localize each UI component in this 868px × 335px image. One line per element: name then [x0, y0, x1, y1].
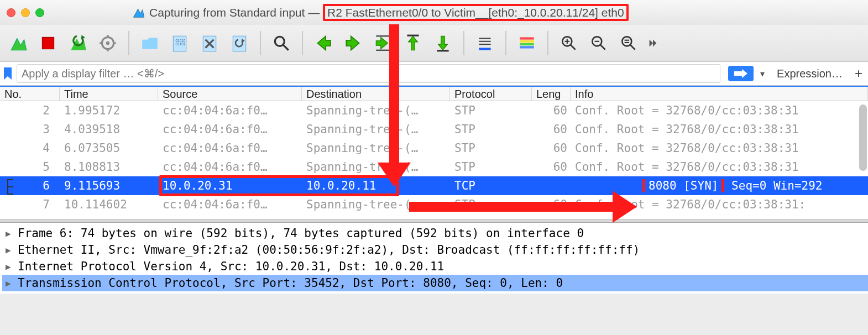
svg-line-40 — [600, 45, 605, 50]
title-capture-source: R2 FastEthernet0/0 to Victim__[eth0:_10.… — [323, 4, 629, 21]
toolbar-separator — [505, 31, 506, 55]
column-header-source[interactable]: Source — [158, 87, 302, 101]
detail-tcp-selected[interactable]: ▶ Transmission Control Protocol, Src Por… — [2, 275, 868, 291]
zoom-in-button[interactable] — [556, 30, 582, 56]
maximize-window-button[interactable] — [35, 8, 44, 17]
detail-ethernet[interactable]: ▶ Ethernet II, Src: Vmware_9f:2f:a2 (00:… — [2, 242, 868, 258]
window-title: Capturing from Standard input — R2 FastE… — [149, 6, 629, 19]
detail-ip[interactable]: ▶ Internet Protocol Version 4, Src: 10.0… — [2, 258, 868, 275]
add-filter-button[interactable]: + — [855, 66, 862, 81]
svg-point-16 — [275, 36, 284, 46]
toolbar-overflow-button[interactable] — [646, 30, 660, 56]
column-header-length[interactable]: Leng — [532, 87, 571, 101]
packet-row[interactable]: 2 1.995172 cc:04:04:6a:f0… Spanning-tree… — [0, 101, 868, 120]
svg-line-43 — [630, 45, 635, 50]
toolbar-separator — [463, 31, 464, 55]
go-to-first-button[interactable] — [400, 30, 426, 56]
svg-line-36 — [571, 45, 576, 50]
expand-icon[interactable]: ▶ — [6, 261, 14, 272]
start-capture-button[interactable] — [6, 30, 31, 56]
go-back-button[interactable] — [311, 30, 336, 56]
svg-marker-23 — [409, 36, 418, 50]
bookmark-icon[interactable] — [2, 66, 13, 81]
annotation-port-syn: 8080 [SYN] — [642, 179, 724, 192]
packet-list-scrollbar[interactable] — [857, 101, 867, 219]
svg-marker-20 — [376, 37, 388, 49]
column-header-protocol[interactable]: Protocol — [450, 87, 532, 101]
toolbar-separator — [302, 31, 303, 55]
packet-list[interactable]: 2 1.995172 cc:04:04:6a:f0… Spanning-tree… — [0, 101, 868, 219]
svg-point-42 — [622, 36, 631, 46]
svg-marker-46 — [650, 39, 653, 46]
svg-rect-32 — [520, 40, 534, 42]
packet-row[interactable]: 3 4.039518 cc:04:04:6a:f0… Spanning-tree… — [0, 120, 868, 139]
column-header-time[interactable]: Time — [60, 87, 158, 101]
auto-scroll-button[interactable] — [472, 30, 498, 56]
save-file-button[interactable]: 0101001101 — [167, 30, 192, 56]
close-window-button[interactable] — [7, 8, 15, 17]
toolbar-separator — [260, 31, 261, 55]
toolbar-separator — [128, 31, 129, 55]
svg-text:01101: 01101 — [176, 42, 186, 46]
titlebar: Capturing from Standard input — R2 FastE… — [0, 0, 868, 25]
svg-marker-48 — [734, 69, 747, 78]
expand-icon[interactable]: ▶ — [6, 278, 14, 289]
packet-row[interactable]: 4 6.073505 cc:04:04:6a:f0… Spanning-tree… — [0, 139, 868, 158]
minimize-window-button[interactable] — [21, 8, 30, 17]
svg-rect-0 — [42, 37, 54, 49]
display-filter-input[interactable] — [17, 64, 720, 83]
packet-row[interactable]: 7 10.114602 cc:04:04:6a:f0… Spanning-tre… — [0, 195, 868, 214]
colorize-button[interactable] — [514, 30, 540, 56]
svg-point-3 — [106, 41, 109, 44]
packet-details-pane[interactable]: ▶ Frame 6: 74 bytes on wire (592 bits), … — [0, 223, 868, 294]
restart-capture-button[interactable] — [65, 30, 91, 56]
packet-info-tail: Seq=0 Win=292 — [731, 179, 822, 192]
apply-filter-button[interactable] — [728, 66, 754, 81]
expression-button[interactable]: Expression… — [777, 67, 843, 80]
svg-rect-31 — [520, 37, 534, 39]
expand-icon[interactable]: ▶ — [6, 245, 14, 255]
packet-row-selected[interactable]: 6 9.115693 10.0.20.31 10.0.20.11 TCP 808… — [0, 176, 868, 195]
zoom-reset-button[interactable] — [616, 30, 641, 56]
svg-marker-47 — [653, 39, 656, 46]
zoom-out-button[interactable] — [586, 30, 611, 56]
svg-marker-19 — [346, 36, 359, 50]
svg-rect-34 — [520, 46, 534, 48]
svg-marker-18 — [317, 36, 330, 50]
title-prefix: Capturing from Standard input — — [149, 6, 323, 19]
packet-list-header: No. Time Source Destination Protocol Len… — [0, 86, 868, 101]
find-packet-button[interactable] — [269, 30, 294, 56]
filter-history-dropdown[interactable]: ▾ — [760, 69, 765, 79]
svg-line-17 — [283, 45, 289, 50]
current-packet-marker — [6, 179, 15, 195]
column-header-destination[interactable]: Destination — [302, 87, 450, 101]
go-forward-button[interactable] — [341, 30, 366, 56]
go-to-last-button[interactable] — [430, 30, 456, 56]
packet-row[interactable]: 5 8.108813 cc:04:04:6a:f0… Spanning-tree… — [0, 158, 868, 176]
open-file-button[interactable] — [137, 30, 163, 56]
go-to-packet-button[interactable] — [370, 30, 396, 56]
column-header-info[interactable]: Info — [571, 87, 868, 101]
svg-rect-33 — [520, 43, 534, 45]
svg-marker-25 — [438, 36, 448, 50]
main-toolbar: 0101001101 — [0, 25, 868, 61]
close-file-button[interactable] — [197, 30, 222, 56]
scrollbar-thumb[interactable] — [859, 104, 867, 171]
window-controls — [7, 8, 44, 17]
reload-file-button[interactable] — [227, 30, 252, 56]
column-header-no[interactable]: No. — [0, 87, 60, 101]
display-filter-bar: ▾ Expression… + — [0, 61, 868, 86]
detail-frame[interactable]: ▶ Frame 6: 74 bytes on wire (592 bits), … — [2, 225, 868, 242]
toolbar-separator — [547, 31, 548, 55]
capture-options-button[interactable] — [95, 30, 121, 56]
wireshark-app-icon — [133, 7, 145, 19]
expand-icon[interactable]: ▶ — [6, 228, 14, 239]
stop-capture-button[interactable] — [35, 30, 61, 56]
